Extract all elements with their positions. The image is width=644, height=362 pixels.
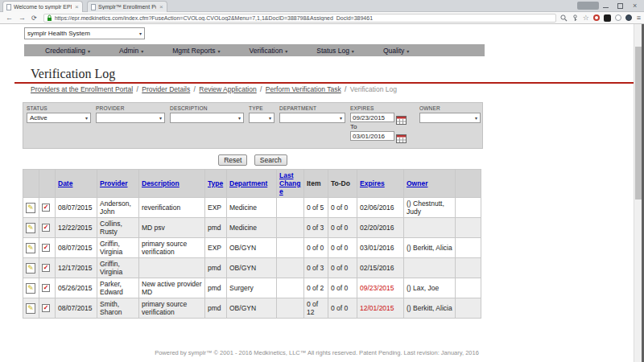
owner-filter-select[interactable]: ▾ [419,113,481,123]
sort-date-header[interactable]: Date [56,170,97,198]
chevron-down-icon: ▾ [352,49,354,54]
table-row: ✎ ✓ 05/26/2015 Parker, Edward New active… [23,278,481,298]
chevron-down-icon: ▾ [88,49,90,54]
chevron-down-icon: ▾ [159,115,162,121]
page-content: symplr Health System ▾ Credentialing▾ Ad… [0,24,634,362]
cell-item: 0 of 5 [304,198,328,218]
cell-last-change [277,278,304,298]
breadcrumb-link-perform-verification-task[interactable]: Perform Verification Task [266,85,341,93]
browser-menu-icon[interactable]: ≡ [637,14,641,22]
calendar-icon[interactable] [396,113,407,122]
chevron-down-icon: ▾ [340,115,342,121]
sort-owner-header[interactable]: Owner [404,170,456,198]
chevron-down-icon: ▾ [238,115,241,121]
department-filter-select[interactable]: ▾ [279,113,345,123]
chevron-down-icon: ▾ [475,115,477,121]
url-omnibox[interactable]: https://epr.medkinetics.com/index.cfm?Fu… [43,14,556,23]
zoom-search-icon[interactable] [560,10,568,25]
description-filter-select[interactable]: ▾ [170,113,244,123]
chevron-down-icon: ▾ [141,49,143,54]
row-checkbox[interactable]: ✓ [42,264,50,272]
edit-icon[interactable]: ✎ [26,303,35,314]
calendar-icon[interactable] [396,132,407,141]
reload-icon[interactable]: ⟳ [31,14,37,22]
expires-to-input[interactable] [350,131,394,141]
bookmark-star-icon[interactable]: ☆ [583,14,589,22]
row-checkbox[interactable]: ✓ [42,284,50,292]
table-row: ✎ ✓ 08/07/2015 Anderson, John reverifica… [23,198,481,218]
breadcrumb-link-provider-details[interactable]: Provider Details [142,85,190,93]
cell-date: 08/07/2015 [56,198,97,218]
status-filter-select[interactable]: Active ▾ [27,113,91,123]
department-filter-label: DEPARTMENT [279,105,345,111]
cell-date: 12/22/2015 [56,218,97,238]
cell-todo: 0 of 0 [328,198,357,218]
menu-item-admin[interactable]: Admin▾ [119,47,143,55]
row-checkbox[interactable]: ✓ [42,304,50,312]
cell-provider: Griffin, Virginia [97,238,139,258]
cell-item: 0 of 12 [304,298,328,319]
window-close-button[interactable]: × [633,2,637,10]
forward-icon[interactable]: → [19,14,26,22]
menu-item-quality[interactable]: Quality▾ [383,47,409,55]
back-icon[interactable]: ← [6,14,13,22]
cell-expires: 03/01/2016 [357,238,404,258]
cell-description: New active provider MD [139,278,205,298]
menu-item-status-log[interactable]: Status Log▾ [316,47,354,55]
row-checkbox[interactable]: ✓ [42,204,50,212]
tab-welcome[interactable]: Welcome to symplr EPR IS × [2,1,83,12]
select-column-header [39,170,56,198]
cell-todo: 0 of 0 [328,218,357,238]
sort-provider-header[interactable]: Provider [97,170,139,198]
expires-from-input[interactable] [350,113,394,122]
page-title: Verification Log [31,67,115,81]
window-minimize-button[interactable] [603,7,609,8]
tab-close-icon[interactable]: × [159,4,163,10]
row-checkbox[interactable]: ✓ [42,224,50,232]
menu-item-credentialing[interactable]: Credentialing▾ [45,47,90,55]
cell-provider: Parker, Edward [97,278,139,298]
row-checkbox[interactable]: ✓ [42,244,50,252]
cell-owner [404,258,456,278]
provider-filter-select[interactable]: ▾ [96,113,165,123]
window-maximize-button[interactable] [617,3,623,9]
edit-icon[interactable]: ✎ [26,243,35,253]
tab-enrollment-portal[interactable]: Symplr™ Enrollment Porta × [87,1,167,12]
cell-expires: 02/20/2016 [357,218,404,238]
cell-todo: 0 of 0 [328,278,357,298]
sort-description-header[interactable]: Description [139,170,205,198]
cell-date: 08/07/2015 [56,298,97,319]
edit-icon[interactable]: ✎ [26,283,35,294]
cell-type: EXP [205,198,227,218]
extension-dark-icon[interactable] [625,14,632,21]
sort-last-change-header[interactable]: Last Change [277,170,304,198]
edit-icon[interactable]: ✎ [26,203,35,213]
tab-close-icon[interactable]: × [75,4,79,10]
cell-owner [404,218,456,238]
breadcrumb: Providers at the Enrollment Portal / Pro… [31,85,397,93]
cell-owner: () Lax, Joe [404,278,456,298]
menu-item-verification[interactable]: Verification▾ [250,47,288,55]
expires-filter-label: EXPIRES [350,105,413,111]
sort-department-header[interactable]: Department [227,170,277,198]
chevron-down-icon: ▾ [407,49,409,54]
search-button[interactable]: Search [254,154,287,166]
extension-black-icon[interactable] [604,14,611,22]
edit-icon[interactable]: ✎ [26,263,35,274]
vertical-scrollbar[interactable] [634,24,642,362]
facility-selector[interactable]: symplr Health System ▾ [24,27,145,39]
key-icon[interactable] [572,10,579,25]
sort-type-header[interactable]: Type [205,170,227,198]
breadcrumb-link-providers[interactable]: Providers at the Enrollment Portal [31,85,133,93]
reset-button[interactable]: Reset [218,154,247,166]
menu-item-mgmt-reports[interactable]: Mgmt Reports▾ [172,47,220,55]
edit-icon[interactable]: ✎ [26,223,35,233]
breadcrumb-link-review-application[interactable]: Review Application [199,85,256,93]
scrollbar-thumb[interactable] [635,47,642,200]
sort-expires-header[interactable]: Expires [357,170,404,198]
type-filter-select[interactable]: ▾ [249,113,275,123]
extension-red-icon[interactable] [593,14,600,21]
extension-gray-icon[interactable] [615,14,621,21]
chevron-down-icon: ▾ [285,49,287,54]
cell-item: 0 of 0 [304,238,328,258]
